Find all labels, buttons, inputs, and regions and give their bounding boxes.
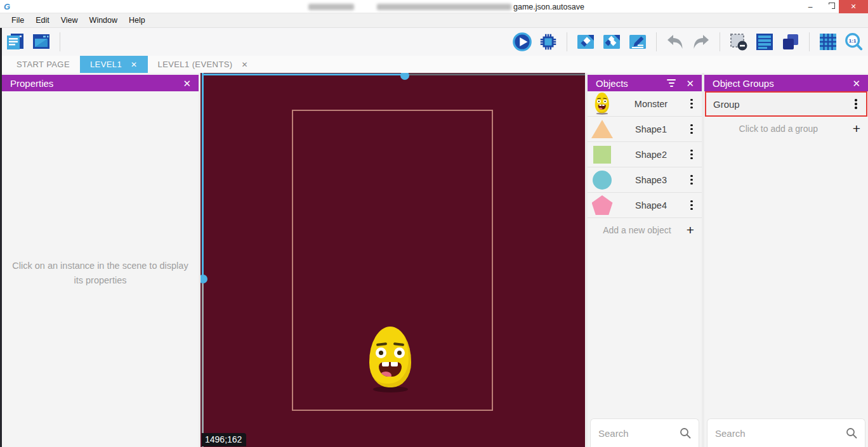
group-menu-icon[interactable] xyxy=(850,99,862,109)
close-button[interactable]: ✕ xyxy=(839,0,868,13)
object-row-shape3[interactable]: Shape3 xyxy=(588,167,702,193)
plus-icon: + xyxy=(853,122,860,135)
plus-icon: + xyxy=(687,223,694,236)
vertical-scrollbar[interactable] xyxy=(202,73,204,277)
triangle-icon xyxy=(591,120,613,138)
object-menu-icon[interactable] xyxy=(685,150,698,160)
add-object-button[interactable]: Add a new object + xyxy=(588,218,702,242)
redacted-title-segment xyxy=(377,4,511,10)
menu-window[interactable]: Window xyxy=(84,16,123,25)
object-row-monster[interactable]: Monster xyxy=(588,91,702,117)
close-icon[interactable]: ✕ xyxy=(685,79,695,88)
debug-icon[interactable] xyxy=(538,32,558,52)
objects-panel-header: Objects ✕ xyxy=(588,75,702,91)
groups-search-input[interactable] xyxy=(715,428,846,439)
minimize-button[interactable]: – xyxy=(801,0,820,13)
properties-panel-header: Properties ✕ xyxy=(2,75,199,91)
close-icon[interactable]: ✕ xyxy=(181,79,192,88)
toolbar: 1:1 xyxy=(0,28,868,56)
vertical-scrollbar-track[interactable] xyxy=(202,283,204,447)
object-label: Monster xyxy=(617,99,685,109)
object-row-shape1[interactable]: Shape1 xyxy=(588,117,702,142)
filter-icon[interactable] xyxy=(667,79,676,87)
object-groups-panel: Object Groups ✕ Group Click to add a gro… xyxy=(704,73,868,447)
pentagon-icon xyxy=(592,195,613,215)
gdevelop-window: G game.json.autosave – ✕ File Edit View … xyxy=(0,0,868,447)
circle-icon xyxy=(593,171,612,190)
group-row[interactable]: Group xyxy=(705,91,867,117)
objects-list-icon[interactable] xyxy=(602,32,622,52)
project-manager-icon[interactable] xyxy=(5,32,25,52)
tab-close-icon[interactable]: ✕ xyxy=(131,60,137,69)
undo-icon[interactable] xyxy=(665,32,685,52)
title-bar: G game.json.autosave – ✕ xyxy=(0,0,868,13)
objects-search xyxy=(590,418,699,447)
menu-file[interactable]: File xyxy=(6,16,30,25)
objects-panel-title: Objects xyxy=(596,78,628,89)
search-icon xyxy=(680,427,691,439)
object-label: Shape4 xyxy=(617,200,685,211)
tab-level1-events[interactable]: LEVEL1 (EVENTS) ✕ xyxy=(148,56,258,73)
object-row-shape2[interactable]: Shape2 xyxy=(588,142,702,167)
add-group-button[interactable]: Click to add a group + xyxy=(704,117,868,140)
groups-panel-header: Object Groups ✕ xyxy=(704,75,868,91)
redacted-title-segment xyxy=(308,4,354,10)
grid-icon[interactable] xyxy=(818,32,838,52)
square-icon xyxy=(593,146,611,164)
layers-icon[interactable] xyxy=(780,32,801,52)
instances-list-icon[interactable] xyxy=(754,32,775,52)
restore-icon xyxy=(827,4,832,10)
vertical-scrollbar-knob[interactable] xyxy=(201,275,207,283)
scene-canvas[interactable]: 1496;162 xyxy=(201,73,585,447)
add-object-icon[interactable] xyxy=(575,32,596,52)
monster-icon xyxy=(588,93,617,115)
groups-panel-title: Object Groups xyxy=(713,78,774,89)
gdevelop-logo-icon: G xyxy=(4,3,10,11)
mask-icon[interactable] xyxy=(728,32,749,52)
object-menu-icon[interactable] xyxy=(685,99,698,109)
zoom-1-1-icon[interactable]: 1:1 xyxy=(844,32,864,52)
menu-bar: File Edit View Window Help xyxy=(0,13,868,28)
groups-search xyxy=(707,418,865,447)
properties-empty-message: Click on an instance in the scene to dis… xyxy=(12,259,188,288)
tab-start-page[interactable]: START PAGE xyxy=(6,56,80,73)
object-menu-icon[interactable] xyxy=(685,200,698,211)
search-icon xyxy=(846,427,857,439)
properties-panel-title: Properties xyxy=(10,78,53,89)
tab-bar: START PAGE LEVEL1 ✕ LEVEL1 (EVENTS) ✕ xyxy=(2,56,868,73)
object-label: Shape1 xyxy=(617,124,685,134)
redo-icon[interactable] xyxy=(691,32,711,52)
svg-text:1:1: 1:1 xyxy=(849,38,857,44)
menu-view[interactable]: View xyxy=(55,16,84,25)
monster-instance[interactable] xyxy=(368,327,412,392)
objects-panel: Objects ✕ Monster Shape1 xyxy=(588,73,702,447)
object-menu-icon[interactable] xyxy=(685,175,698,185)
restore-button[interactable] xyxy=(820,0,839,13)
window-controls: – ✕ xyxy=(801,0,868,13)
objects-search-input[interactable] xyxy=(598,428,680,439)
object-menu-icon[interactable] xyxy=(685,124,698,134)
object-label: Shape3 xyxy=(617,175,685,185)
horizontal-scrollbar[interactable] xyxy=(202,74,405,75)
close-icon[interactable]: ✕ xyxy=(851,79,862,88)
cursor-coordinates: 1496;162 xyxy=(202,433,246,446)
window-title: game.json.autosave xyxy=(308,0,584,13)
tab-level1[interactable]: LEVEL1 ✕ xyxy=(80,56,148,73)
properties-panel: Properties ✕ Click on an instance in the… xyxy=(2,73,199,447)
edit-scene-icon[interactable] xyxy=(628,32,648,52)
group-label: Group xyxy=(706,99,850,110)
menu-edit[interactable]: Edit xyxy=(30,16,55,25)
horizontal-scrollbar-track[interactable] xyxy=(409,74,585,75)
tab-close-icon[interactable]: ✕ xyxy=(242,60,248,69)
horizontal-scrollbar-knob[interactable] xyxy=(400,73,409,80)
scene-window-icon[interactable] xyxy=(31,32,51,52)
monster-body xyxy=(369,327,411,387)
window-title-text: game.json.autosave xyxy=(513,3,584,11)
menu-help[interactable]: Help xyxy=(123,16,151,25)
object-row-shape4[interactable]: Shape4 xyxy=(588,193,702,218)
play-icon[interactable] xyxy=(512,32,532,52)
object-label: Shape2 xyxy=(617,150,685,160)
